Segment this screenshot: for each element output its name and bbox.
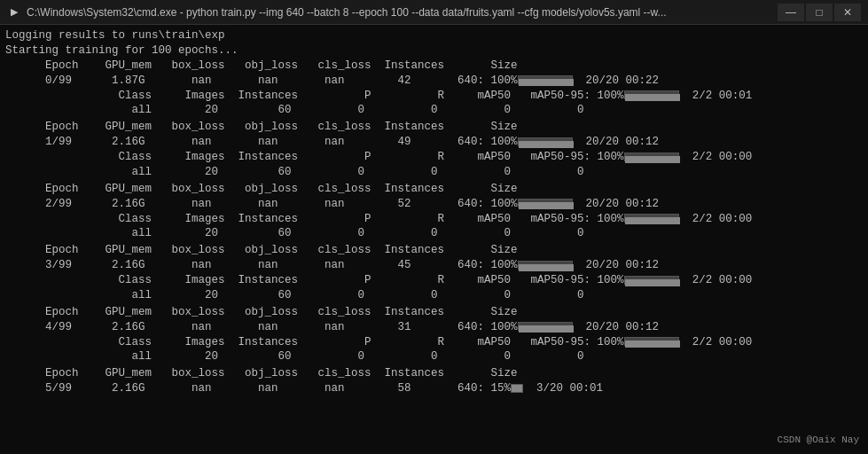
epoch-row-1-class-data: all 20 60 0 0 0 0 (5, 165, 863, 180)
epoch-block-2: Epoch GPU_mem box_loss obj_loss cls_loss… (5, 182, 863, 242)
watermark: CSDN @Oaix Nay (778, 434, 859, 447)
epoch-row-0-header: Epoch GPU_mem box_loss obj_loss cls_loss… (5, 59, 863, 74)
terminal: Logging results to runs\train\exp Starti… (0, 25, 868, 454)
epoch-row-0-class-header: Class Images Instances P R mAP50 mAP50-9… (5, 89, 863, 104)
epoch-block-0: Epoch GPU_mem box_loss obj_loss cls_loss… (5, 59, 863, 119)
epoch-row-2-class-header: Class Images Instances P R mAP50 mAP50-9… (5, 212, 863, 227)
epoch-row-0-class-data: all 20 60 0 0 0 0 (5, 103, 863, 118)
window-controls[interactable]: — □ ✕ (778, 4, 861, 21)
epoch-block-4: Epoch GPU_mem box_loss obj_loss cls_loss… (5, 305, 863, 365)
maximize-button[interactable]: □ (806, 4, 833, 21)
minimize-button[interactable]: — (778, 4, 804, 21)
log-line-1: Logging results to runs\train\exp (5, 28, 863, 43)
epoch-row-2-data: 2/99 2.16G nan nan nan 52 640: 100% 20/2… (5, 197, 863, 212)
close-button[interactable]: ✕ (834, 4, 861, 21)
epoch-row-4-class-data: all 20 60 0 0 0 0 (5, 349, 863, 364)
epoch-row-5-data: 5/99 2.16G nan nan nan 58 640: 15% 3/20 … (5, 381, 863, 396)
epoch-row-4-data: 4/99 2.16G nan nan nan 31 640: 100% 20/2… (5, 320, 863, 335)
epoch-row-5-header: Epoch GPU_mem box_loss obj_loss cls_loss… (5, 366, 863, 381)
title-bar: ▶ C:\Windows\System32\cmd.exe - python t… (0, 0, 868, 25)
epoch-block-1: Epoch GPU_mem box_loss obj_loss cls_loss… (5, 120, 863, 180)
epoch-row-0-data: 0/99 1.87G nan nan nan 42 640: 100% 20/2… (5, 74, 863, 89)
epoch-block-5: Epoch GPU_mem box_loss obj_loss cls_loss… (5, 366, 863, 396)
epoch-container: Epoch GPU_mem box_loss obj_loss cls_loss… (5, 59, 863, 396)
epoch-row-1-header: Epoch GPU_mem box_loss obj_loss cls_loss… (5, 120, 863, 135)
epoch-row-3-class-header: Class Images Instances P R mAP50 mAP50-9… (5, 273, 863, 288)
epoch-row-2-class-data: all 20 60 0 0 0 0 (5, 226, 863, 241)
epoch-row-4-header: Epoch GPU_mem box_loss obj_loss cls_loss… (5, 305, 863, 320)
epoch-row-3-class-data: all 20 60 0 0 0 0 (5, 288, 863, 303)
cmd-icon: ▶ (7, 5, 21, 20)
epoch-row-2-header: Epoch GPU_mem box_loss obj_loss cls_loss… (5, 182, 863, 197)
epoch-row-1-data: 1/99 2.16G nan nan nan 49 640: 100% 20/2… (5, 135, 863, 150)
log-line-2: Starting training for 100 epochs... (5, 43, 863, 59)
epoch-row-3-data: 3/99 2.16G nan nan nan 45 640: 100% 20/2… (5, 258, 863, 273)
epoch-row-3-header: Epoch GPU_mem box_loss obj_loss cls_loss… (5, 243, 863, 258)
epoch-row-4-class-header: Class Images Instances P R mAP50 mAP50-9… (5, 335, 863, 350)
epoch-row-1-class-header: Class Images Instances P R mAP50 mAP50-9… (5, 150, 863, 165)
epoch-block-3: Epoch GPU_mem box_loss obj_loss cls_loss… (5, 243, 863, 303)
title-text: C:\Windows\System32\cmd.exe - python tra… (27, 6, 778, 19)
